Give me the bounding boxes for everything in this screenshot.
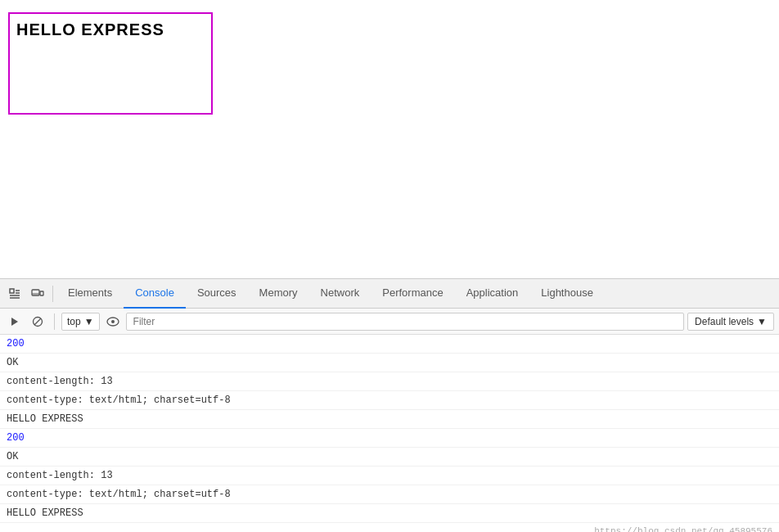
default-levels-chevron: ▼ [757,316,767,327]
toolbar-divider-1 [52,286,53,302]
tab-application[interactable]: Application [455,279,530,309]
tab-performance[interactable]: Performance [371,279,454,309]
tab-console[interactable]: Console [124,279,186,309]
console-output: 200 OK content-length: 13 content-type: … [0,335,779,532]
watermark-text: https://blog.csdn.net/qq_45895576 [594,526,772,532]
filter-input[interactable] [126,313,684,331]
svg-rect-6 [40,291,43,295]
console-line: content-length: 13 [0,467,779,485]
console-line: content-length: 13 [0,372,779,391]
top-dropdown-chevron: ▼ [84,316,94,327]
hello-express-box: HELLO EXPRESS [8,12,213,115]
console-line: content-type: text/html; charset=utf-8 [0,391,779,410]
devtools-tabs: Elements Console Sources Memory Network … [56,279,776,309]
tab-memory[interactable]: Memory [248,279,309,309]
default-levels-dropdown[interactable]: Default levels ▼ [687,313,774,331]
svg-rect-0 [10,289,14,293]
tab-network[interactable]: Network [309,279,371,309]
console-line: content-type: text/html; charset=utf-8 [0,485,779,504]
hello-express-text: HELLO EXPRESS [16,20,164,39]
console-toolbar: top ▼ Default levels ▼ [0,309,779,335]
default-levels-label: Default levels [695,316,754,327]
svg-rect-5 [32,290,39,295]
browser-viewport: HELLO EXPRESS [0,0,779,278]
console-toolbar-divider [54,313,55,330]
console-line: 200 [0,429,779,448]
inspect-element-button[interactable] [3,282,26,305]
console-line: OK [0,448,779,467]
console-eye-button[interactable] [103,312,123,331]
tab-lighthouse[interactable]: Lighthouse [529,279,605,309]
tab-sources[interactable]: Sources [186,279,248,309]
console-line: HELLO EXPRESS [0,410,779,429]
svg-line-10 [34,318,41,325]
device-toggle-button[interactable] [26,282,49,305]
console-line: 200 [0,335,779,354]
console-line: OK [0,354,779,372]
top-dropdown-label: top [67,316,81,327]
svg-marker-8 [11,318,18,326]
console-forward-button[interactable] [5,312,25,331]
tab-elements[interactable]: Elements [56,279,124,309]
devtools-tab-bar: Elements Console Sources Memory Network … [0,279,779,309]
console-block-button[interactable] [28,312,47,331]
console-line: HELLO EXPRESS [0,504,779,523]
svg-point-12 [111,320,115,323]
devtools-panel: Elements Console Sources Memory Network … [0,278,779,532]
top-dropdown[interactable]: top ▼ [61,313,100,331]
